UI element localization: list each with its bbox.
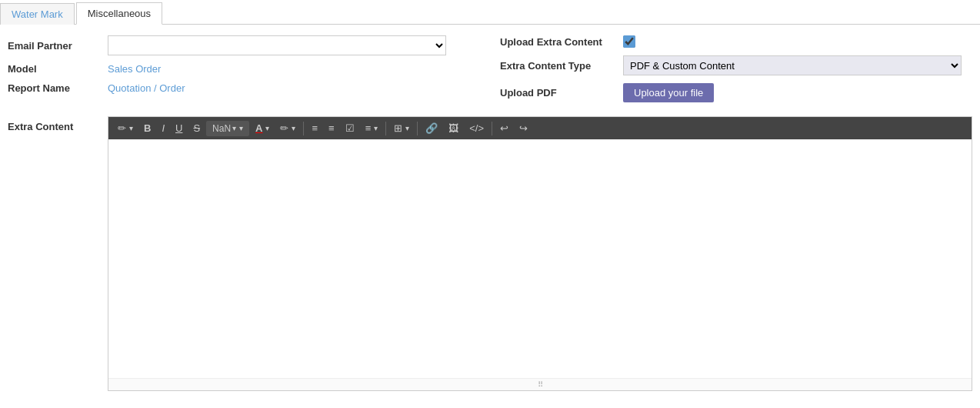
checklist-btn[interactable]: ☑ [341,120,359,136]
model-value: Sales Order [108,63,161,75]
model-label: Model [8,63,108,75]
upload-pdf-label: Upload PDF [500,87,623,99]
align-btn[interactable]: ≡ [361,120,383,136]
editor-resize-handle[interactable]: ⠿ [108,378,972,390]
font-size-label: NaN [212,123,231,134]
right-panel: Upload Extra Content Extra Content Type … [485,35,972,110]
report-name-order-link[interactable]: Order [159,82,185,94]
upload-pdf-row: Upload PDF Upload your file [500,83,972,102]
upload-extra-content-label: Upload Extra Content [500,36,623,48]
upload-extra-content-checkbox[interactable] [623,35,635,48]
separator-4 [492,122,492,135]
split-layout: Email Partner Model Sales Order Report N… [8,35,972,110]
report-name-row: Report Name Quotation / Order [8,82,485,94]
underline-icon: U [175,122,182,134]
font-size-arrow: ▾ [232,124,236,132]
highlight-icon: ✏ [280,122,288,134]
style-icon: ✏ [118,122,126,134]
tab-miscellaneous[interactable]: Miscellaneous [76,2,162,25]
undo-btn[interactable]: ↩ [495,120,513,136]
resize-icon: ⠿ [538,380,543,389]
style-dropdown-btn[interactable]: ✏ [113,120,138,136]
strikethrough-btn[interactable]: S [188,120,205,136]
italic-icon: I [162,122,165,134]
separator-3 [417,122,418,135]
image-icon: 🖼 [448,122,458,134]
separator-1 [303,122,304,135]
strikethrough-icon: S [193,122,200,134]
separator-2 [385,122,386,135]
highlight-btn[interactable]: ✏ [275,120,300,136]
underline-btn[interactable]: U [171,120,187,136]
upload-extra-content-row: Upload Extra Content [500,35,972,48]
editor-wrapper: ✏ B I U S [108,116,972,391]
report-name-value: Quotation / Order [108,82,185,94]
bold-btn[interactable]: B [139,120,155,136]
unordered-list-btn[interactable]: ≡ [307,120,322,136]
model-row: Model Sales Order [8,63,485,75]
extra-content-type-select[interactable]: PDF & Custom Content PDF Only Custom Con… [623,55,962,75]
font-size-btn[interactable]: NaN ▾ [206,121,249,136]
font-color-icon: A [255,122,262,134]
form-area: Email Partner Model Sales Order Report N… [0,25,980,399]
tab-watermark[interactable]: Water Mark [0,3,75,25]
image-btn[interactable]: 🖼 [444,120,463,136]
italic-btn[interactable]: I [157,120,169,136]
extra-content-label: Extra Content [8,116,108,391]
left-panel: Email Partner Model Sales Order Report N… [8,35,485,110]
redo-icon: ↪ [519,122,528,134]
font-color-btn[interactable]: A [251,120,274,136]
unordered-list-icon: ≡ [312,122,318,134]
editor-body[interactable] [108,139,972,378]
table-btn[interactable]: ⊞ [389,120,414,136]
extra-content-type-row: Extra Content Type PDF & Custom Content … [500,55,972,75]
redo-btn[interactable]: ↪ [515,120,532,136]
link-icon: 🔗 [425,122,438,134]
ordered-list-icon: ≡ [328,122,335,134]
bold-icon: B [144,122,151,134]
code-icon: </> [469,122,484,134]
align-icon: ≡ [365,122,372,134]
extra-content-section: Extra Content ✏ B I U [8,116,972,391]
code-btn[interactable]: </> [465,120,488,136]
undo-icon: ↩ [500,122,508,134]
tabs-bar: Water Mark Miscellaneous [0,0,980,25]
editor-toolbar: ✏ B I U S [108,117,972,139]
link-btn[interactable]: 🔗 [421,120,442,136]
ordered-list-btn[interactable]: ≡ [324,120,339,136]
table-icon: ⊞ [394,122,402,134]
checklist-icon: ☑ [345,122,355,134]
email-partner-row: Email Partner [8,35,485,55]
extra-content-type-label: Extra Content Type [500,60,623,72]
email-partner-select[interactable] [108,35,446,55]
report-name-label: Report Name [8,82,108,94]
upload-pdf-button[interactable]: Upload your file [623,83,714,102]
report-name-quotation-link[interactable]: Quotation [108,82,151,94]
email-partner-label: Email Partner [8,40,108,52]
